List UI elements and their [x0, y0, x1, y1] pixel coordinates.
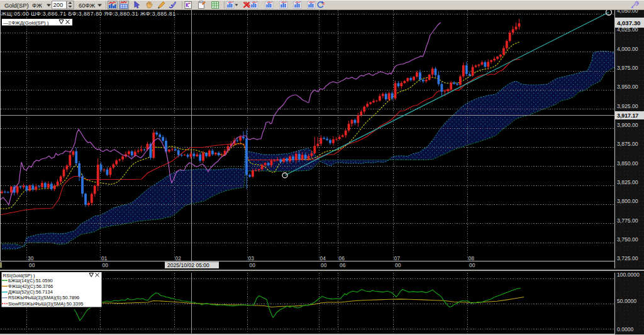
svg-text:RSIЖЫФЫШ(3)(SMA)(S):50.7896: RSIЖЫФЫШ(3)(SMA)(S):50.7896: [8, 295, 79, 300]
svg-text:R: R: [323, 2, 325, 6]
svg-text:100.0000: 100.0000: [617, 272, 640, 278]
svg-text:00: 00: [29, 262, 35, 268]
svg-text:06: 06: [340, 262, 346, 268]
svg-text:3,775.00: 3,775.00: [617, 217, 638, 224]
svg-text:04: 04: [320, 255, 326, 261]
svg-text:3,825.00: 3,825.00: [617, 179, 638, 185]
svg-text:00: 00: [469, 262, 475, 268]
svg-text:ЖЩ:05:00 ШФ:3,886.71 БФ:3,887.: ЖЩ:05:00 ШФ:3,886.71 БФ:3,887.80 ЯФ:3,88…: [1, 11, 176, 17]
svg-text:—ΞФЖД(Gold(SP) ): —ΞФЖД(Gold(SP) ): [3, 20, 49, 26]
svg-text:00: 00: [250, 262, 256, 268]
svg-text:3,900.00: 3,900.00: [617, 122, 638, 128]
svg-text:3,850.00: 3,850.00: [617, 160, 638, 167]
svg-text:07: 07: [394, 255, 401, 261]
svg-text:Gold(SP): Gold(SP): [4, 2, 29, 9]
svg-text:ДЖШ(52)(C):56.7134: ДЖШ(52)(C):56.7134: [8, 289, 53, 295]
svg-text:02: 02: [175, 255, 182, 261]
svg-text:01: 01: [101, 255, 108, 261]
svg-text:200: 200: [53, 1, 64, 8]
svg-text:БЖШ(14)(C):51.0590: БЖШ(14)(C):51.0590: [8, 278, 53, 283]
svg-text:SlowRSIЖЫФЫШ(3)(SMA):50.3395: SlowRSIЖЫФЫШ(3)(SMA):50.3395: [8, 301, 83, 307]
svg-text:30: 30: [28, 255, 34, 261]
svg-text:2025/10/02 05:00: 2025/10/02 05:00: [167, 262, 209, 268]
svg-text:08: 08: [469, 255, 475, 261]
svg-text:3,725.00: 3,725.00: [617, 255, 638, 261]
svg-text:4,037.30: 4,037.30: [617, 19, 640, 26]
svg-text:00: 00: [395, 262, 401, 268]
svg-text:ФЖ: ФЖ: [32, 2, 42, 9]
svg-text:3,875.00: 3,875.00: [617, 141, 638, 147]
svg-text:3,800.00: 3,800.00: [617, 198, 638, 204]
svg-text:00: 00: [103, 262, 109, 268]
svg-text:3,750.00: 3,750.00: [617, 236, 638, 243]
svg-text:0.0000: 0.0000: [617, 326, 634, 332]
svg-text:03: 03: [248, 255, 255, 261]
svg-text:06: 06: [339, 255, 345, 261]
svg-text:50.0000: 50.0000: [617, 298, 636, 304]
svg-text:60ФЖ: 60ФЖ: [79, 2, 96, 9]
svg-text:3,950.00: 3,950.00: [617, 84, 638, 90]
svg-text:ФЖШ(42)(C):56.3766: ФЖШ(42)(C):56.3766: [8, 283, 53, 289]
svg-text:3,975.00: 3,975.00: [617, 65, 638, 71]
svg-text:3,925.00: 3,925.00: [617, 103, 638, 109]
svg-text:00: 00: [321, 262, 327, 268]
svg-text:4,000.00: 4,000.00: [617, 46, 638, 52]
svg-text:3,917.17: 3,917.17: [617, 113, 638, 119]
